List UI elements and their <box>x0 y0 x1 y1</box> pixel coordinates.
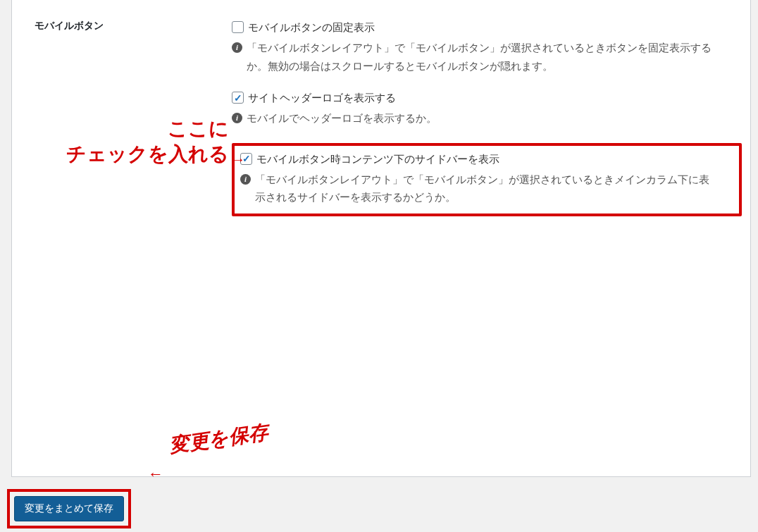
checkbox-fixed-display[interactable] <box>232 21 244 33</box>
settings-table: モバイルボタン モバイルボタンの固定表示 i 「モバイルボタンレイアウト」で「モ… <box>20 0 750 230</box>
option-sidebar: モバイルボタン時コンテンツ下のサイドバーを表示 i 「モバイルボタンレイアウト」… <box>240 151 733 206</box>
option-label: モバイルボタン時コンテンツ下のサイドバーを表示 <box>256 151 499 166</box>
section-title: モバイルボタン <box>20 0 225 230</box>
checkbox-header-logo[interactable] <box>232 92 244 104</box>
option-desc: 「モバイルボタンレイアウト」で「モバイルボタン」が選択されているときボタンを固定… <box>247 39 743 75</box>
highlight-box: モバイルボタン時コンテンツ下のサイドバーを表示 i 「モバイルボタンレイアウト」… <box>232 143 742 216</box>
option-label: モバイルボタンの固定表示 <box>248 20 375 35</box>
option-header-logo: サイトヘッダーロゴを表示する i モバイルでヘッダーロゴを表示するか。 <box>232 90 743 128</box>
option-fixed-display: モバイルボタンの固定表示 i 「モバイルボタンレイアウト」で「モバイルボタン」が… <box>232 20 743 75</box>
info-icon: i <box>240 174 251 185</box>
option-desc: 「モバイルボタンレイアウト」で「モバイルボタン」が選択されているときメインカラム… <box>255 171 733 206</box>
info-icon: i <box>232 113 242 123</box>
save-button[interactable]: 変更をまとめて保存 <box>14 496 124 521</box>
section-options: モバイルボタンの固定表示 i 「モバイルボタンレイアウト」で「モバイルボタン」が… <box>225 0 750 230</box>
option-label: サイトヘッダーロゴを表示する <box>248 90 396 105</box>
settings-panel: モバイルボタン モバイルボタンの固定表示 i 「モバイルボタンレイアウト」で「モ… <box>11 0 751 477</box>
option-desc: モバイルでヘッダーロゴを表示するか。 <box>247 109 743 128</box>
save-highlight: 変更をまとめて保存 <box>7 489 131 528</box>
checkbox-sidebar[interactable] <box>240 153 252 165</box>
info-icon: i <box>232 42 242 53</box>
